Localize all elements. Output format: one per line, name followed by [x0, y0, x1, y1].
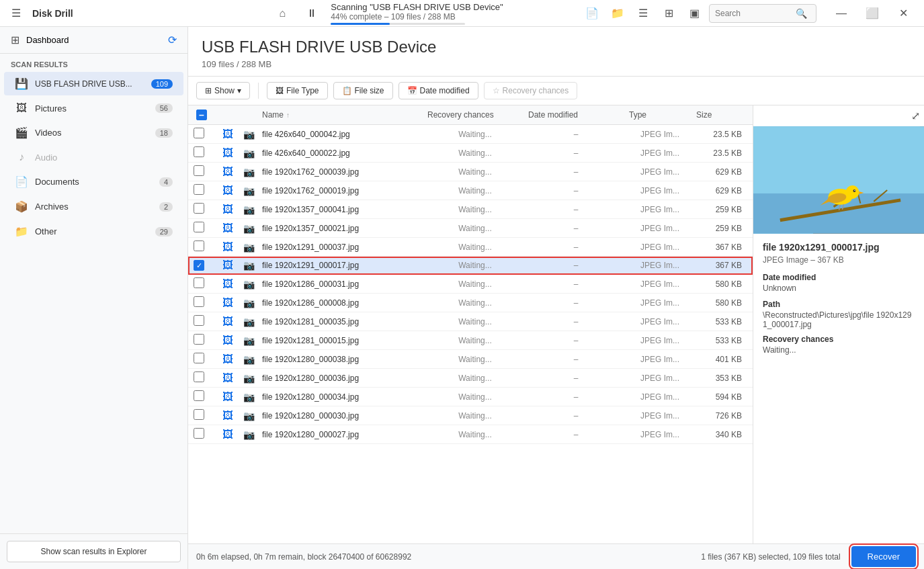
grid-icon-button[interactable]: ⊞: [658, 3, 679, 24]
row-check-cell[interactable]: [194, 203, 218, 216]
table-row[interactable]: 🖼 📷 file 1920x1357_000041.jpg Waiting...…: [188, 200, 753, 219]
row-check-cell[interactable]: [194, 353, 218, 365]
th-select-all[interactable]: –: [194, 110, 218, 120]
folder-icon-button[interactable]: 📁: [607, 3, 628, 24]
sidebar-item-archives-label: Archives: [35, 202, 153, 212]
table-row[interactable]: 🖼 📷 file 1920x1286_000008.jpg Waiting...…: [188, 294, 753, 312]
list-icon-button[interactable]: ☰: [632, 3, 654, 24]
file-type-icon: 🖼: [222, 391, 233, 403]
select-all-checkbox[interactable]: –: [196, 110, 207, 120]
sidebar-item-archives[interactable]: 📦 Archives 2: [4, 195, 183, 218]
table-row[interactable]: 🖼 📷 file 1920x1280_000034.jpg Waiting...…: [188, 388, 753, 406]
row-chances: Waiting...: [425, 355, 526, 364]
recovery-chances-button[interactable]: ☆ Recovery chances: [484, 82, 578, 99]
row-check-cell[interactable]: [194, 409, 218, 422]
row-checkbox[interactable]: [194, 222, 204, 232]
row-size: 580 KB: [694, 279, 747, 289]
search-input[interactable]: [715, 9, 796, 18]
row-check-cell[interactable]: [194, 296, 218, 309]
file-thumb-icon: 📷: [243, 185, 255, 196]
row-check-cell[interactable]: [194, 128, 218, 140]
row-checkbox[interactable]: [194, 315, 204, 326]
row-checkbox[interactable]: [194, 146, 204, 157]
sidebar-item-documents[interactable]: 📄 Documents 4: [4, 170, 183, 193]
file-type-button[interactable]: 🖼 File Type: [267, 82, 327, 99]
row-checkbox[interactable]: [194, 165, 204, 176]
row-check-cell[interactable]: ✓: [194, 260, 218, 271]
row-check-cell[interactable]: [194, 428, 218, 441]
home-button[interactable]: ⌂: [271, 3, 293, 24]
row-type: JPEG Im...: [626, 355, 694, 364]
minimize-button[interactable]: —: [826, 3, 857, 24]
table-row[interactable]: 🖼 📷 file 1920x1357_000021.jpg Waiting...…: [188, 219, 753, 238]
row-file-icon-cell: 🖼: [218, 185, 238, 197]
table-row[interactable]: 🖼 📷 file 1920x1281_000015.jpg Waiting...…: [188, 331, 753, 350]
row-check-cell[interactable]: [194, 334, 218, 347]
table-row[interactable]: ✓ 🖼 📷 file 1920x1291_000017.jpg Waiting.…: [188, 257, 753, 275]
row-checkbox[interactable]: [194, 203, 204, 214]
row-check-cell[interactable]: [194, 146, 218, 159]
show-button[interactable]: ⊞ Show ▾: [196, 82, 250, 99]
row-checkbox[interactable]: [194, 428, 204, 439]
sidebar-item-videos[interactable]: 🎬 Videos 18: [4, 121, 183, 144]
sidebar-item-other[interactable]: 📁 Other 29: [4, 220, 183, 243]
row-check-cell[interactable]: [194, 315, 218, 328]
row-check-cell[interactable]: [194, 371, 218, 384]
row-checkbox[interactable]: [194, 296, 204, 307]
row-checkbox[interactable]: [194, 353, 204, 363]
table-row[interactable]: 🖼 📷 file 1920x1762_000019.jpg Waiting...…: [188, 181, 753, 200]
show-explorer-button[interactable]: Show scan results in Explorer: [7, 541, 181, 562]
table-row[interactable]: 🖼 📷 file 1920x1762_000039.jpg Waiting...…: [188, 163, 753, 181]
row-checkbox[interactable]: [194, 277, 204, 288]
dashboard-item[interactable]: ⊞ Dashboard ⟳: [0, 27, 187, 54]
table-row[interactable]: 🖼 📷 file 1920x1280_000027.jpg Waiting...…: [188, 425, 753, 444]
preview-expand-button[interactable]: ⤢: [911, 110, 920, 122]
panel-icon-button[interactable]: ▣: [683, 3, 705, 24]
row-check-cell[interactable]: [194, 184, 218, 197]
sidebar-item-pictures[interactable]: 🖼 Pictures 56: [4, 97, 183, 120]
row-thumb-cell: 📷: [238, 185, 259, 196]
row-check-cell[interactable]: [194, 390, 218, 403]
row-check-cell[interactable]: [194, 165, 218, 178]
row-filename: file 1920x1291_000017.jpg: [259, 261, 425, 270]
table-row[interactable]: 🖼 📷 file 1920x1280_000038.jpg Waiting...…: [188, 350, 753, 369]
row-checkbox[interactable]: ✓: [194, 260, 204, 271]
date-modified-button[interactable]: 📅 Date modified: [398, 82, 478, 99]
row-date: –: [526, 336, 626, 345]
row-size: 594 KB: [694, 392, 747, 402]
close-button[interactable]: ✕: [888, 3, 919, 24]
table-row[interactable]: 🖼 📷 file 1920x1280_000030.jpg Waiting...…: [188, 406, 753, 425]
row-check-cell[interactable]: [194, 277, 218, 290]
row-size: 367 KB: [694, 261, 747, 270]
table-row[interactable]: 🖼 📷 file 1920x1291_000037.jpg Waiting...…: [188, 238, 753, 257]
row-thumb-cell: 📷: [238, 279, 259, 290]
row-checkbox[interactable]: [194, 409, 204, 420]
row-checkbox[interactable]: [194, 334, 204, 345]
table-row[interactable]: 🖼 📷 file 426x640_000022.jpg Waiting... –…: [188, 144, 753, 163]
pause-button[interactable]: ⏸: [301, 3, 323, 24]
row-check-cell[interactable]: [194, 240, 218, 253]
restore-button[interactable]: ⬜: [857, 3, 888, 24]
sidebar-item-audio[interactable]: ♪ Audio: [4, 146, 183, 169]
recover-button[interactable]: Recover: [851, 546, 916, 567]
row-checkbox[interactable]: [194, 184, 204, 195]
table-row[interactable]: 🖼 📷 file 426x640_000042.jpg Waiting... –…: [188, 125, 753, 144]
preview-panel: ⤢: [753, 105, 924, 543]
menu-button[interactable]: ☰: [5, 3, 27, 24]
table-row[interactable]: 🖼 📷 file 1920x1286_000031.jpg Waiting...…: [188, 275, 753, 294]
file-size-button[interactable]: 📋 File size: [333, 82, 393, 99]
row-checkbox[interactable]: [194, 128, 204, 138]
row-checkbox[interactable]: [194, 240, 204, 251]
row-chances: Waiting...: [425, 279, 526, 289]
file-thumb-icon: 📷: [243, 316, 255, 327]
row-check-cell[interactable]: [194, 222, 218, 234]
row-checkbox[interactable]: [194, 371, 204, 382]
table-row[interactable]: 🖼 📷 file 1920x1280_000036.jpg Waiting...…: [188, 369, 753, 388]
row-checkbox[interactable]: [194, 390, 204, 401]
row-file-icon-cell: 🖼: [218, 410, 238, 422]
sidebar-item-usb[interactable]: 💾 USB FLASH DRIVE USB... 109: [4, 72, 183, 95]
svg-point-9: [853, 189, 855, 192]
row-file-icon-cell: 🖼: [218, 278, 238, 290]
file-icon-button[interactable]: 📄: [581, 3, 603, 24]
table-row[interactable]: 🖼 📷 file 1920x1281_000035.jpg Waiting...…: [188, 312, 753, 331]
